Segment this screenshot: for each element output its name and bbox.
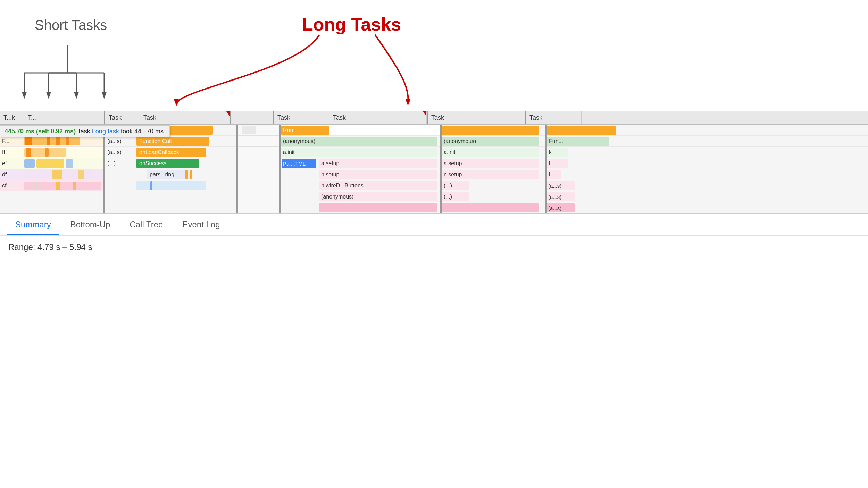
svg-marker-12 <box>102 92 107 99</box>
cell-nwire: n.wireD...Buttons <box>281 180 440 191</box>
row-s5-as2: (a...s) <box>547 191 868 202</box>
cell-extra3 <box>281 202 440 213</box>
col-header-tk: T...k <box>0 111 24 124</box>
s5-as2-bar: (a...s) <box>547 192 575 201</box>
row-s5-funll: Fun...ll <box>547 136 868 147</box>
cell-s5-k: k <box>547 147 868 158</box>
tab-call-tree[interactable]: Call Tree <box>121 215 171 235</box>
row-onload: (a...s) onLoadCallback <box>105 147 236 158</box>
row-run: Run <box>281 125 440 136</box>
row-s4-ainit: a.init <box>442 147 545 158</box>
tooltip-time: 445.70 ms (self 0.92 ms) <box>5 128 76 135</box>
profiler-panel: T...k T... Task Task Task Task Task Task <box>0 111 868 214</box>
cell-s4-nsetup: n.setup <box>442 169 545 180</box>
s4-etc-bar: (...) <box>442 181 469 190</box>
cell-s5-as2: (a...s) <box>547 191 868 202</box>
tooltip: 445.70 ms (self 0.92 ms) Task Long task … <box>0 125 170 137</box>
row-ff: ff <box>0 147 103 158</box>
cell-as2: (a...s) <box>105 149 136 156</box>
section3: 445.70 ms (self 0.92 ms) Task Long task … <box>281 125 441 213</box>
row-s4-anon: (anonymous) <box>442 136 545 147</box>
extra3-bar <box>319 203 437 212</box>
s4-anon-bar: (anonymous) <box>442 137 539 146</box>
cell-extra1-bars <box>136 180 236 191</box>
ainit-bar: a.init <box>281 148 437 157</box>
s4-asetup-bar: a.setup <box>442 159 539 168</box>
svg-marker-9 <box>74 92 79 99</box>
cell-df: df <box>0 171 24 178</box>
row-ainit: a.init <box>281 147 440 158</box>
row-s5-l: l <box>547 158 868 169</box>
cell-anon2: (anonymous) <box>281 191 440 202</box>
row-s4-etc2: (...) <box>442 191 545 202</box>
cell-s4-1 <box>442 125 545 135</box>
tab-bottom-up[interactable]: Bottom-Up <box>62 215 119 235</box>
cell-parsing: pars...ring <box>136 169 236 180</box>
anon2-bar: (anonymous) <box>319 192 437 201</box>
section1: T...d F.. <box>0 125 104 213</box>
col-header-task4: Task <box>428 111 525 124</box>
cell-ef-bars <box>24 158 103 169</box>
row-nsetup: n.setup <box>281 169 440 180</box>
profiler-header-row: T...k T... Task Task Task Task Task Task <box>0 111 868 125</box>
cell-ainit: a.init <box>281 147 440 158</box>
tab-summary[interactable]: Summary <box>7 215 59 235</box>
row-s4-nsetup: n.setup <box>442 169 545 180</box>
svg-marker-13 <box>174 99 180 106</box>
cell-onload: onLoadCallback <box>136 147 236 158</box>
cell-s4-etc: (...) <box>442 180 545 191</box>
row-nwire: n.wireD...Buttons <box>281 180 440 191</box>
s4-ainit-bar: a.init <box>442 148 539 157</box>
nwire-bar: n.wireD...Buttons <box>319 181 437 190</box>
row-ef: ef <box>0 158 103 169</box>
anon1-bar: (anonymous) <box>281 137 437 146</box>
tooltip-text: Task <box>77 128 92 135</box>
cell-s4-etc2: (...) <box>442 191 545 202</box>
cell-cf: cf <box>0 182 24 190</box>
short-tasks-label: Short Tasks <box>35 17 107 33</box>
onsuccess-bar: onSuccess <box>136 159 199 168</box>
section2: Ev...pt XHR Load (a...s) Function Call (… <box>105 125 237 213</box>
row-partml: Par...TML a.setup <box>281 158 440 169</box>
cell-s4-asetup: a.setup <box>442 158 545 169</box>
run-bar: Run <box>281 126 329 135</box>
long-tasks-label: Long Tasks <box>302 14 401 35</box>
gray-area <box>238 125 280 213</box>
cell-s5-funll: Fun...ll <box>547 136 868 146</box>
col-header-t1: T... <box>24 111 104 124</box>
cell-s4-ainit: a.init <box>442 147 545 158</box>
cell-etc1: (...) <box>105 160 136 167</box>
row-s5-k: k <box>547 147 868 158</box>
arrows-svg <box>0 0 868 111</box>
tabs-area: Summary Bottom-Up Call Tree Event Log <box>0 214 868 236</box>
col-header-task3a: Task <box>274 111 329 124</box>
tab-event-log[interactable]: Event Log <box>174 215 228 235</box>
row-s4-asetup: a.setup <box>442 158 545 169</box>
row-cf: cf <box>0 180 103 191</box>
col-header-task2b: Task <box>140 111 230 124</box>
svg-marker-6 <box>46 92 51 99</box>
onload-bar: onLoadCallback <box>136 148 206 157</box>
s5-k-bar: k <box>547 148 568 157</box>
annotation-area: Short Tasks Long Tasks <box>0 0 868 111</box>
s5-l-bar: l <box>547 159 568 168</box>
s4-extra-bar <box>442 203 539 212</box>
col-header-task3b: Task <box>329 111 427 124</box>
row-s5-i: i <box>547 169 868 180</box>
s4-nsetup-bar: n.setup <box>442 170 539 179</box>
svg-marker-14 <box>405 99 411 106</box>
cell-s4-extra <box>442 202 545 213</box>
cell-anon1: (anonymous) <box>281 136 440 146</box>
range-bar: Range: 4.79 s – 5.94 s <box>0 236 868 258</box>
cell-ef: ef <box>0 160 24 167</box>
row-s4-extra <box>442 202 545 213</box>
functioncall-bar: Function Call <box>136 137 209 146</box>
cell-as1: (a...s) <box>105 137 136 145</box>
s5-as3-bar: (a...s) <box>547 203 575 212</box>
row-anon2: (anonymous) <box>281 191 440 202</box>
row-extra1 <box>105 180 236 191</box>
cell-s5-1 <box>547 125 868 135</box>
cell-extra1 <box>105 185 136 186</box>
tooltip-suffix: took 445.70 ms. <box>121 128 165 135</box>
s4-1-bar <box>442 126 539 135</box>
